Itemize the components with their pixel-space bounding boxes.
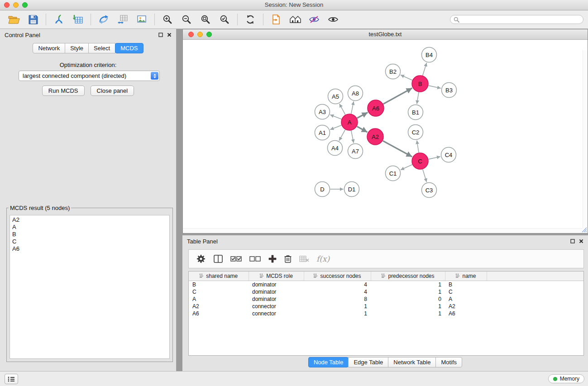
edge-A6-B[interactable] bbox=[383, 88, 412, 104]
node-C2[interactable]: C2 bbox=[408, 125, 423, 140]
table-cell[interactable]: C bbox=[189, 288, 249, 295]
mcds-result-list[interactable]: A2ABCA6 bbox=[10, 215, 170, 359]
table-cell[interactable]: connector bbox=[249, 303, 304, 310]
edge-B-B4[interactable] bbox=[423, 63, 427, 76]
export-table-icon[interactable] bbox=[113, 12, 132, 27]
edge-A-A2[interactable] bbox=[357, 126, 368, 132]
edge-A-A6[interactable] bbox=[357, 112, 368, 118]
network-minimize-traffic-light[interactable] bbox=[197, 32, 203, 37]
zoom-fit-icon[interactable] bbox=[196, 12, 215, 27]
open-folder-icon[interactable] bbox=[5, 12, 24, 27]
node-A2[interactable]: A2 bbox=[367, 129, 383, 145]
edge-B-B2[interactable] bbox=[401, 75, 412, 81]
tab-mcds[interactable]: MCDS bbox=[115, 43, 143, 53]
dropdown-stepper-icon[interactable] bbox=[151, 72, 158, 80]
tab-select[interactable]: Select bbox=[88, 43, 115, 53]
mcds-result-item[interactable]: A2 bbox=[12, 216, 167, 224]
close-panel-icon[interactable] bbox=[167, 33, 172, 37]
column-header-MCDS-role[interactable]: MCDS role bbox=[249, 272, 304, 281]
network-window-titlebar[interactable]: testGlobe.txt bbox=[183, 29, 588, 40]
edge-B-B1[interactable] bbox=[417, 92, 419, 104]
search-input[interactable] bbox=[459, 16, 580, 23]
node-C4[interactable]: C4 bbox=[441, 148, 456, 162]
home-networks-icon[interactable] bbox=[286, 12, 305, 27]
table-row[interactable]: Adominator80A bbox=[189, 295, 583, 303]
table-cell[interactable]: dominator bbox=[249, 288, 304, 295]
vertical-scrollbar[interactable] bbox=[583, 50, 588, 228]
table-cell[interactable]: dominator bbox=[249, 281, 304, 289]
edge-B-B3[interactable] bbox=[429, 86, 441, 88]
zoom-in-icon[interactable] bbox=[158, 12, 177, 27]
network-graph[interactable]: AA1A2A3A4A5A6A7A8BB1B2B3B4CC1C2C3C4DD1 bbox=[183, 40, 588, 233]
table-cell[interactable]: 8 bbox=[304, 295, 371, 303]
node-A5[interactable]: A5 bbox=[328, 89, 343, 104]
node-A4[interactable]: A4 bbox=[328, 141, 343, 156]
add-column-icon[interactable] bbox=[268, 255, 277, 263]
column-header-successor-nodes[interactable]: successor nodes bbox=[304, 272, 371, 281]
network-canvas[interactable]: AA1A2A3A4A5A6A7A8BB1B2B3B4CC1C2C3C4DD1 bbox=[183, 40, 588, 233]
edge-A-A8[interactable] bbox=[351, 101, 354, 114]
tab-node-table[interactable]: Node Table bbox=[308, 357, 349, 367]
edge-A-A4[interactable] bbox=[339, 130, 345, 141]
table-cell[interactable]: C bbox=[445, 288, 487, 295]
table-cell[interactable]: 1 bbox=[371, 303, 445, 310]
edge-A-A1[interactable] bbox=[330, 125, 341, 130]
column-header-shared-name[interactable]: shared name bbox=[189, 272, 249, 281]
zoom-traffic-light[interactable] bbox=[22, 2, 28, 8]
node-C1[interactable]: C1 bbox=[386, 166, 401, 181]
settings-gear-icon[interactable] bbox=[196, 254, 206, 264]
resize-grip-icon[interactable] bbox=[582, 227, 587, 233]
export-image-icon[interactable] bbox=[132, 12, 151, 27]
horizontal-scrollbar[interactable] bbox=[183, 228, 583, 233]
tab-motifs[interactable]: Motifs bbox=[435, 357, 462, 367]
node-B3[interactable]: B3 bbox=[442, 83, 457, 98]
delete-column-icon[interactable] bbox=[284, 254, 292, 263]
edge-C-C1[interactable] bbox=[401, 165, 412, 170]
node-A1[interactable]: A1 bbox=[315, 125, 330, 140]
edge-A-A5[interactable] bbox=[339, 104, 345, 114]
memory-button[interactable]: Memory bbox=[548, 374, 584, 383]
table-cell[interactable]: 1 bbox=[371, 310, 445, 317]
import-network-icon[interactable] bbox=[49, 12, 68, 27]
float-panel-icon[interactable] bbox=[158, 33, 163, 37]
select-all-icon[interactable] bbox=[230, 255, 242, 263]
table-cell[interactable]: 0 bbox=[371, 295, 445, 303]
node-B2[interactable]: B2 bbox=[386, 64, 401, 79]
column-header-predecessor-nodes[interactable]: predecessor nodes bbox=[371, 272, 445, 281]
node-A8[interactable]: A8 bbox=[348, 86, 363, 101]
column-header-name[interactable]: name bbox=[445, 272, 487, 281]
node-B1[interactable]: B1 bbox=[408, 105, 423, 120]
node-D[interactable]: D bbox=[315, 182, 330, 197]
mcds-result-item[interactable]: C bbox=[12, 238, 167, 245]
node-C[interactable]: C bbox=[412, 153, 428, 169]
table-row[interactable]: A2connector11A2 bbox=[189, 303, 583, 310]
save-icon[interactable] bbox=[24, 12, 43, 27]
tab-network-table[interactable]: Network Table bbox=[388, 357, 436, 367]
tab-network[interactable]: Network bbox=[33, 43, 65, 53]
table-cell[interactable]: B bbox=[445, 281, 487, 289]
table-cell[interactable]: dominator bbox=[249, 295, 304, 303]
close-traffic-light[interactable] bbox=[4, 2, 10, 8]
tab-edge-table[interactable]: Edge Table bbox=[348, 357, 388, 367]
show-hide-eye-icon[interactable] bbox=[324, 12, 343, 27]
table-cell[interactable]: 1 bbox=[304, 310, 371, 317]
edge-A-A7[interactable] bbox=[351, 131, 354, 143]
refresh-icon[interactable] bbox=[241, 12, 260, 27]
node-C3[interactable]: C3 bbox=[422, 183, 437, 198]
tab-style[interactable]: Style bbox=[65, 43, 89, 53]
edge-C-C3[interactable] bbox=[423, 169, 427, 182]
open-document-icon[interactable] bbox=[267, 12, 286, 27]
mcds-result-item[interactable]: A6 bbox=[12, 245, 167, 253]
table-cell[interactable]: 1 bbox=[371, 281, 445, 289]
import-table-icon[interactable] bbox=[68, 12, 87, 27]
node-B[interactable]: B bbox=[412, 76, 428, 92]
table-cell[interactable]: A2 bbox=[189, 303, 249, 310]
node-A[interactable]: A bbox=[341, 114, 358, 130]
zoom-selected-icon[interactable] bbox=[215, 12, 234, 27]
show-column-icon[interactable] bbox=[213, 254, 223, 263]
deselect-all-icon[interactable] bbox=[249, 255, 261, 263]
zoom-out-icon[interactable] bbox=[177, 12, 196, 27]
table-cell[interactable]: connector bbox=[249, 310, 304, 317]
table-cell[interactable]: A2 bbox=[445, 303, 487, 310]
run-mcds-button[interactable]: Run MCDS bbox=[42, 86, 85, 96]
